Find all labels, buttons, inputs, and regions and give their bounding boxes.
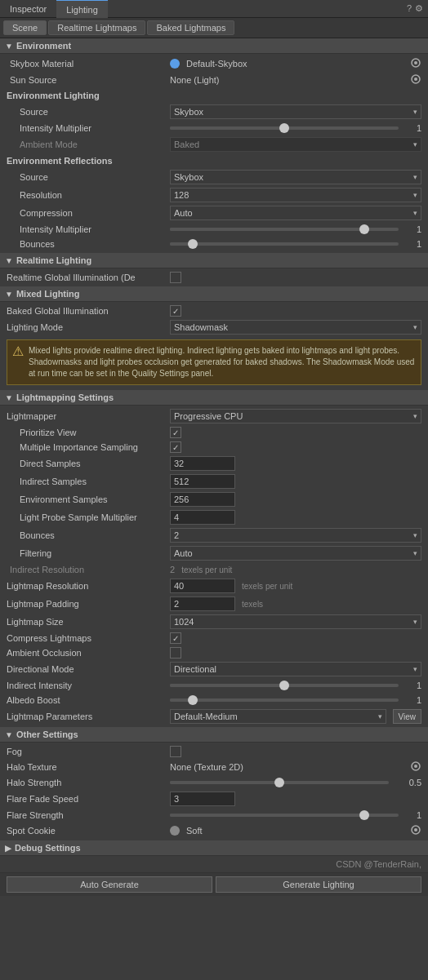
lightmapper-dropdown[interactable]: Progressive CPU ▾: [170, 409, 421, 423]
generate-lighting-button[interactable]: Generate Lighting: [216, 876, 421, 893]
refl-intensity-track[interactable]: [170, 228, 399, 231]
direct-samples-input[interactable]: [170, 456, 235, 471]
section-mixed-header[interactable]: ▼ Mixed Lighting: [0, 286, 428, 302]
spot-cookie-text: Soft: [186, 826, 203, 836]
compression-value: Auto ▾: [170, 206, 421, 220]
svg-point-7: [414, 828, 417, 831]
ambient-mode-dropdown[interactable]: Baked ▾: [170, 137, 421, 152]
refl-bounces-track[interactable]: [170, 242, 399, 246]
mis-checkbox[interactable]: [170, 441, 181, 453]
ambient-occlusion-checkbox[interactable]: [170, 647, 181, 659]
fog-checkbox[interactable]: [170, 746, 181, 757]
env-samples-value: [170, 492, 421, 507]
halo-strength-row: Halo Strength 0.5: [0, 775, 428, 790]
env-source-dropdown[interactable]: Skybox ▾: [170, 104, 421, 119]
lightmap-params-label: Lightmap Parameters: [7, 712, 170, 721]
sub-tab-realtime-lightmaps[interactable]: Realtime Lightmaps: [48, 20, 145, 35]
env-lighting-header-row: Environment Lighting: [0, 88, 428, 103]
halo-strength-track[interactable]: [170, 781, 389, 784]
env-intensity-thumb[interactable]: [279, 123, 289, 133]
albedo-boost-thumb[interactable]: [188, 695, 198, 705]
env-intensity-value: 1: [402, 123, 421, 133]
section-realtime-header[interactable]: ▼ Realtime Lighting: [0, 253, 428, 268]
albedo-boost-track[interactable]: [170, 698, 399, 702]
generate-bar: Auto Generate Generate Lighting: [0, 872, 428, 896]
lightmap-resolution-input[interactable]: [170, 579, 235, 593]
mixed-warning-box: ⚠ Mixed lights provide realtime direct l…: [7, 339, 421, 385]
sub-tab-scene[interactable]: Scene: [3, 20, 47, 35]
compression-arrow: ▾: [413, 209, 417, 217]
tab-lighting[interactable]: Lighting: [56, 0, 108, 18]
spot-cookie-circle-icon: [170, 826, 180, 836]
sub-tab-baked-lightmaps[interactable]: Baked Lightmaps: [147, 20, 234, 35]
halo-texture-target-icon[interactable]: [410, 760, 421, 774]
indirect-intensity-track[interactable]: [170, 684, 399, 687]
env-source-dropdown-arrow: ▾: [413, 108, 417, 116]
prioritize-view-checkbox[interactable]: [170, 427, 181, 438]
indirect-samples-input[interactable]: [170, 474, 235, 489]
section-realtime-lighting: ▼ Realtime Lighting Realtime Global Illu…: [0, 253, 428, 286]
compress-lightmaps-checkbox[interactable]: [170, 632, 181, 644]
section-realtime-title: Realtime Lighting: [16, 255, 91, 265]
halo-strength-thumb[interactable]: [274, 778, 284, 787]
halo-texture-text: None (Texture 2D): [170, 762, 243, 772]
indirect-intensity-thumb[interactable]: [279, 681, 289, 690]
spot-cookie-target-icon[interactable]: [410, 824, 421, 837]
skybox-material-label: Skybox Material: [7, 59, 170, 69]
refl-intensity-slider-container: 1: [170, 224, 421, 234]
filtering-dropdown[interactable]: Auto ▾: [170, 546, 421, 561]
section-debug-header[interactable]: ▶ Debug Settings: [0, 840, 428, 856]
flare-fade-input[interactable]: [170, 792, 235, 806]
section-other-header[interactable]: ▼ Other Settings: [0, 727, 428, 743]
lightmap-resolution-row: Lightmap Resolution texels per unit: [0, 577, 428, 595]
indirect-samples-label: Indirect Samples: [7, 477, 170, 486]
compression-dropdown[interactable]: Auto ▾: [170, 206, 421, 220]
settings-icon[interactable]: ⚙: [415, 3, 423, 14]
baked-gi-label: Baked Global Illumination: [7, 306, 170, 316]
realtime-gi-row: Realtime Global Illumination (De: [0, 270, 428, 285]
sun-source-target-icon[interactable]: [410, 73, 421, 86]
env-intensity-track[interactable]: [170, 126, 399, 130]
light-probe-row: Light Probe Sample Multiplier: [0, 508, 428, 526]
lightmap-params-view-button[interactable]: View: [393, 709, 422, 724]
lightmap-size-value: 1024 ▾: [170, 614, 421, 629]
realtime-gi-checkbox[interactable]: [170, 272, 181, 283]
refl-resolution-dropdown[interactable]: 128 ▾: [170, 188, 421, 202]
env-lighting-header: Environment Lighting: [7, 91, 170, 100]
lightmap-size-arrow: ▾: [413, 618, 417, 626]
refl-bounces-thumb[interactable]: [188, 239, 198, 249]
help-icon[interactable]: ?: [407, 3, 412, 14]
spot-cookie-label: Spot Cookie: [7, 826, 170, 836]
realtime-arrow-icon: ▼: [5, 256, 13, 265]
lightmap-padding-input[interactable]: [170, 596, 235, 611]
lightmap-params-value-container: Default-Medium ▾ View: [170, 709, 421, 724]
baked-gi-checkbox[interactable]: [170, 305, 181, 317]
section-environment-header[interactable]: ▼ Environment: [0, 38, 428, 54]
skybox-target-icon[interactable]: [410, 57, 421, 70]
lightmap-resolution-value-container: texels per unit: [170, 579, 421, 593]
lightmap-params-dropdown[interactable]: Default-Medium ▾: [170, 709, 386, 724]
env-intensity-row: Intensity Multiplier 1: [0, 121, 428, 135]
light-probe-input[interactable]: [170, 510, 235, 525]
lighting-mode-dropdown[interactable]: Shadowmask ▾: [170, 320, 421, 335]
flare-strength-thumb[interactable]: [359, 810, 369, 820]
flare-strength-track[interactable]: [170, 814, 399, 817]
lm-bounces-dropdown[interactable]: 2 ▾: [170, 528, 421, 543]
arrow-icon: ▼: [5, 42, 13, 51]
refl-source-dropdown[interactable]: Skybox ▾: [170, 170, 421, 184]
lightmap-size-dropdown[interactable]: 1024 ▾: [170, 614, 421, 629]
flare-fade-label: Flare Fade Speed: [7, 794, 170, 804]
other-arrow-icon: ▼: [5, 730, 13, 739]
albedo-boost-value: 1: [402, 695, 421, 705]
section-other-body: Fog Halo Texture None (Texture 2D) Halo …: [0, 743, 428, 840]
fog-value: [170, 746, 421, 757]
flare-fade-value: [170, 792, 421, 806]
refl-intensity-thumb[interactable]: [359, 224, 369, 234]
section-lightmapping-header[interactable]: ▼ Lightmapping Settings: [0, 390, 428, 406]
tab-inspector[interactable]: Inspector: [0, 0, 56, 18]
mis-row: Multiple Importance Sampling: [0, 440, 428, 455]
indirect-resolution-value-container: 2 texels per unit: [170, 565, 421, 574]
env-samples-input[interactable]: [170, 492, 235, 507]
directional-mode-dropdown[interactable]: Directional ▾: [170, 662, 421, 676]
auto-generate-button[interactable]: Auto Generate: [7, 876, 212, 893]
